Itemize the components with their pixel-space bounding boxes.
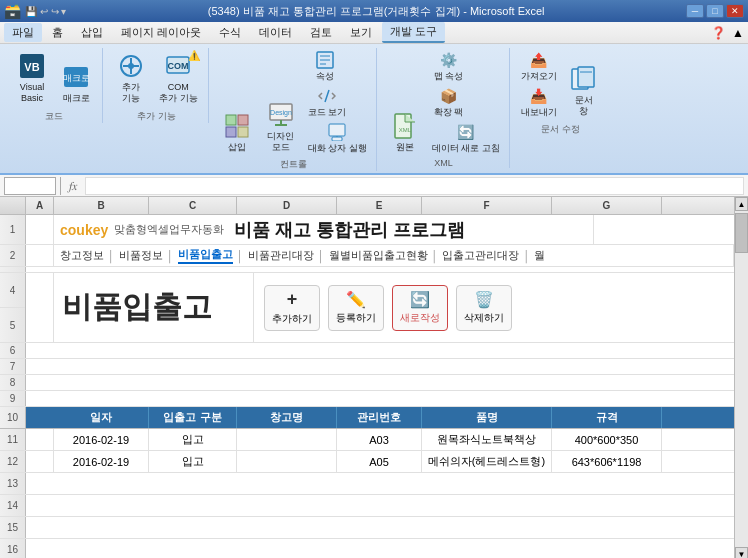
name-box[interactable] bbox=[4, 177, 56, 195]
ribbon-btn-macro[interactable]: 매크로 매크로 bbox=[56, 59, 96, 106]
minimize-button[interactable]: ─ bbox=[686, 4, 704, 18]
menu-item-review[interactable]: 검토 bbox=[302, 23, 340, 42]
properties-label: 속성 bbox=[316, 71, 334, 82]
dialog-icon bbox=[326, 121, 348, 143]
ribbon-btn-refresh[interactable]: 🔄 데이터 새로 고침 bbox=[429, 120, 503, 155]
cell-12-warehouse[interactable] bbox=[237, 451, 337, 472]
quick-access: 💾 ↩ ↪ ▾ bbox=[25, 6, 66, 17]
nav-link-monthly2[interactable]: 월 bbox=[534, 248, 545, 263]
nav-sep-2: │ bbox=[167, 250, 174, 262]
ribbon-btn-dialog[interactable]: 대화 상자 실행 bbox=[305, 120, 370, 155]
row-header-14: 14 bbox=[0, 495, 26, 516]
cell-2-A[interactable] bbox=[26, 245, 54, 266]
ribbon-btn-view-code[interactable]: 코드 보기 bbox=[305, 84, 350, 119]
cell-12-A[interactable] bbox=[26, 451, 54, 472]
menu-item-file[interactable]: 파일 bbox=[4, 23, 42, 42]
menu-item-data[interactable]: 데이터 bbox=[251, 23, 300, 42]
ribbon-btn-insert[interactable]: 삽입 bbox=[217, 108, 257, 155]
nav-link-inout-ledger[interactable]: 입출고관리대장 bbox=[442, 248, 519, 263]
ribbon-btn-expand[interactable]: 📦 확장 팩 bbox=[429, 84, 469, 119]
ribbon-btn-map-props[interactable]: ⚙️ 맵 속성 bbox=[429, 48, 469, 83]
col-rest-header bbox=[662, 407, 734, 428]
cell-4-A[interactable] bbox=[26, 273, 54, 342]
ribbon-btn-visual-basic[interactable]: VB VisualBasic bbox=[12, 48, 52, 106]
row-12: 12 2016-02-19 입고 A05 메쉬의자(헤드레스트형) 643*60… bbox=[0, 451, 734, 473]
cell-11-type[interactable]: 입고 bbox=[149, 429, 237, 450]
scrollbar-thumb[interactable] bbox=[735, 213, 748, 253]
cell-9-content[interactable] bbox=[26, 391, 734, 406]
v-scrollbar[interactable]: ▲ ▼ bbox=[734, 197, 748, 558]
ribbon-row-code: 코드 보기 bbox=[305, 84, 370, 119]
new-button[interactable]: 🔄 새로작성 bbox=[392, 285, 448, 331]
cell-15-content[interactable] bbox=[26, 517, 734, 538]
menu-item-home[interactable]: 홈 bbox=[44, 23, 71, 42]
cell-11-warehouse[interactable] bbox=[237, 429, 337, 450]
ribbon-btn-design-mode[interactable]: Design 디자인모드 bbox=[261, 97, 301, 155]
cell-12-date[interactable]: 2016-02-19 bbox=[54, 451, 149, 472]
row-8: 8 bbox=[0, 375, 734, 391]
ribbon-btn-import[interactable]: 📤 가져오기 bbox=[518, 48, 560, 83]
visual-basic-icon: VB bbox=[16, 50, 48, 82]
ribbon-btn-addins[interactable]: 추가기능 bbox=[111, 48, 151, 106]
scroll-up-btn[interactable]: ▲ bbox=[735, 197, 748, 211]
ribbon: VB VisualBasic 매크로 매크로 코드 bbox=[0, 44, 748, 175]
cell-12-rest[interactable] bbox=[662, 451, 734, 472]
delete-button[interactable]: 🗑️ 삭제하기 bbox=[456, 285, 512, 331]
nav-link-items[interactable]: 비품정보 bbox=[119, 248, 163, 263]
help-icon[interactable]: ❓ bbox=[711, 26, 726, 40]
close-button[interactable]: ✕ bbox=[726, 4, 744, 18]
cell-12-refno[interactable]: A05 bbox=[337, 451, 422, 472]
cell-6-content[interactable] bbox=[26, 343, 734, 358]
warning-icon: ⚠️ bbox=[188, 50, 200, 61]
register-button[interactable]: ✏️ 등록하기 bbox=[328, 285, 384, 331]
ribbon-btn-properties[interactable]: 속성 bbox=[305, 48, 345, 83]
cell-12-name[interactable]: 메쉬의자(헤드레스트형) bbox=[422, 451, 552, 472]
cell-12-spec[interactable]: 643*606*1198 bbox=[552, 451, 662, 472]
properties-icon bbox=[314, 49, 336, 71]
ribbon-btn-source[interactable]: XML 원본 bbox=[385, 108, 425, 155]
nav-sep-5: │ bbox=[432, 250, 439, 262]
cell-11-name[interactable]: 원목좌식노트북책상 bbox=[422, 429, 552, 450]
rows-6-9: 6 bbox=[0, 343, 734, 359]
menu-item-insert[interactable]: 삽입 bbox=[73, 23, 111, 42]
ribbon-btn-com[interactable]: COM ⚠️ COM추가 기능 bbox=[155, 48, 202, 106]
cell-11-A[interactable] bbox=[26, 429, 54, 450]
cell-11-spec[interactable]: 400*600*350 bbox=[552, 429, 662, 450]
cell-13-content[interactable] bbox=[26, 473, 734, 494]
cell-11-rest[interactable] bbox=[662, 429, 734, 450]
menu-item-developer[interactable]: 개발 도구 bbox=[382, 22, 445, 43]
svg-point-5 bbox=[128, 63, 134, 69]
col-name-header: 품명 bbox=[422, 407, 552, 428]
col-header-E: E bbox=[337, 197, 422, 214]
nav-link-warehouse[interactable]: 창고정보 bbox=[60, 248, 104, 263]
row-header-13: 13 bbox=[0, 473, 26, 494]
row-10: 10 일자 입출고 구분 창고명 관리번호 품명 규격 bbox=[0, 407, 734, 429]
cell-16-content[interactable] bbox=[26, 539, 734, 558]
maximize-button[interactable]: □ bbox=[706, 4, 724, 18]
ribbon-btn-doc-window[interactable]: 문서창 bbox=[564, 61, 604, 119]
nav-link-inout[interactable]: 비품입출고 bbox=[178, 247, 233, 264]
cell-1-A[interactable] bbox=[26, 215, 54, 244]
delete-icon: 🗑️ bbox=[474, 290, 494, 309]
scroll-down-btn[interactable]: ▼ bbox=[735, 547, 748, 558]
cell-7-content[interactable] bbox=[26, 359, 734, 374]
ribbon-group-addins: 추가기능 COM ⚠️ COM추가 기능 추가 기능 bbox=[105, 48, 209, 123]
cell-11-refno[interactable]: A03 bbox=[337, 429, 422, 450]
add-button[interactable]: + 추가하기 bbox=[264, 285, 320, 331]
ribbon-toggle[interactable]: ▲ bbox=[732, 26, 744, 40]
menu-item-page-layout[interactable]: 페이지 레이아웃 bbox=[113, 23, 209, 42]
menu-item-formulas[interactable]: 수식 bbox=[211, 23, 249, 42]
cell-8-content[interactable] bbox=[26, 375, 734, 390]
cell-14-content[interactable] bbox=[26, 495, 734, 516]
formula-input[interactable] bbox=[85, 177, 744, 195]
cell-11-date[interactable]: 2016-02-19 bbox=[54, 429, 149, 450]
scrollbar-track[interactable] bbox=[735, 211, 748, 547]
nav-sep-4: │ bbox=[318, 250, 325, 262]
nav-link-monthly[interactable]: 월별비품입출고현황 bbox=[329, 248, 428, 263]
nav-link-ledger[interactable]: 비품관리대장 bbox=[248, 248, 314, 263]
cell-12-type[interactable]: 입고 bbox=[149, 451, 237, 472]
menu-item-view[interactable]: 보기 bbox=[342, 23, 380, 42]
ribbon-btn-export[interactable]: 📥 내보내기 bbox=[518, 84, 560, 119]
macro-label: 매크로 bbox=[63, 93, 90, 104]
import-icon: 📤 bbox=[528, 49, 550, 71]
